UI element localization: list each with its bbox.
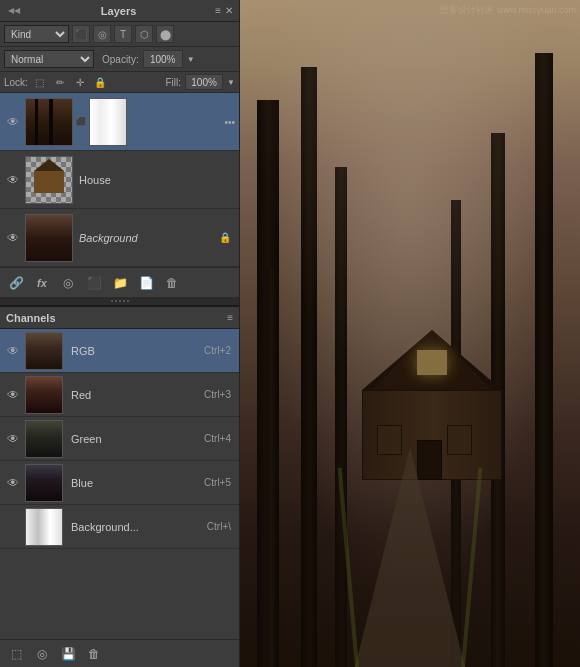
fill-input[interactable] [185, 74, 223, 90]
channels-circle-icon[interactable]: ◎ [32, 644, 52, 664]
layers-delete-icon[interactable]: 🗑 [162, 273, 182, 293]
layers-header-icons: ≡ ✕ [215, 5, 233, 16]
channel-thumbnail [25, 420, 63, 458]
layer-name [133, 116, 136, 128]
lock-checkerboard-icon[interactable]: ⬚ [32, 74, 48, 90]
fill-arrow-icon: ▼ [227, 78, 235, 87]
filter-type-icon[interactable]: T [114, 25, 132, 43]
channel-shortcut: Ctrl+3 [204, 389, 231, 400]
channel-item[interactable]: 👁 RGB Ctrl+2 [0, 329, 239, 373]
layers-collapse-btn[interactable]: ◀◀ [6, 6, 22, 15]
tree-7 [267, 267, 275, 667]
layer-visibility-toggle[interactable]: 👁 [4, 173, 22, 187]
channel-thumbnail [25, 464, 63, 502]
channel-name: RGB [63, 345, 204, 357]
channel-shortcut: Ctrl+\ [207, 521, 231, 532]
channels-list: 👁 RGB Ctrl+2 👁 Red Ctrl+3 👁 [0, 329, 239, 639]
channel-visibility-toggle[interactable]: 👁 [4, 388, 22, 402]
layers-bottom-bar: 🔗 fx ◎ ⬛ 📁 📄 🗑 [0, 267, 239, 297]
layers-menu-icon[interactable]: ≡ [215, 5, 221, 16]
channel-name: Background... [63, 521, 207, 533]
panel-resize-handle[interactable] [0, 297, 239, 305]
tree-2 [301, 67, 317, 667]
filter-adjust-icon[interactable]: ◎ [93, 25, 111, 43]
channels-menu-icon[interactable]: ≡ [227, 312, 233, 323]
lock-all-icon[interactable]: 🔒 [92, 74, 108, 90]
layers-lock-row: Lock: ⬚ ✏ ✛ 🔒 Fill: ▼ [0, 72, 239, 93]
layer-options-icon[interactable]: ••• [224, 116, 235, 127]
scene-background: 思客设计社区 www.missyuan.com [240, 0, 580, 667]
watermark-text: 思客设计社区 www.missyuan.com [440, 4, 576, 17]
pathway [355, 447, 465, 667]
layer-thumbnail-group: ⬛ [25, 98, 127, 146]
layer-item[interactable]: 👁 Background 🔒 [0, 209, 239, 267]
filter-shape-icon[interactable]: ⬡ [135, 25, 153, 43]
layer-mask-thumbnail [89, 98, 127, 146]
layer-info: House [73, 174, 235, 186]
channel-thumbnail [25, 332, 63, 370]
channel-item[interactable]: 👁 Red Ctrl+3 [0, 373, 239, 417]
left-panel: ◀◀ Layers ≡ ✕ Kind ⬛ ◎ T ⬡ ⬤ Normal Opac… [0, 0, 240, 667]
channels-panel-header: Channels ≡ [0, 307, 239, 329]
layers-folder-icon[interactable]: 📁 [110, 273, 130, 293]
layer-thumbnail [25, 156, 73, 204]
layer-name: Background [79, 232, 138, 244]
layer-info: Background 🔒 [73, 232, 235, 244]
layer-visibility-toggle[interactable]: 👁 [4, 115, 22, 129]
opacity-label: Opacity: [102, 54, 139, 65]
layer-name: House [79, 174, 111, 186]
channel-name: Blue [63, 477, 204, 489]
blend-mode-select[interactable]: Normal [4, 50, 94, 68]
opacity-input[interactable] [143, 50, 183, 68]
channels-title: Channels [6, 312, 56, 324]
layer-thumbnail [25, 98, 73, 146]
channel-item[interactable]: 👁 Background... Ctrl+\ [0, 505, 239, 549]
layers-link-icon[interactable]: 🔗 [6, 273, 26, 293]
channel-visibility-toggle[interactable]: 👁 [4, 344, 22, 358]
filter-pixel-icon[interactable]: ⬛ [72, 25, 90, 43]
layers-close-icon[interactable]: ✕ [225, 5, 233, 16]
channel-visibility-toggle[interactable]: 👁 [4, 432, 22, 446]
layer-visibility-toggle[interactable]: 👁 [4, 231, 22, 245]
fill-label: Fill: [166, 77, 182, 88]
channels-delete-icon[interactable]: 🗑 [84, 644, 104, 664]
channel-item[interactable]: 👁 Blue Ctrl+5 [0, 461, 239, 505]
layers-title: Layers [101, 5, 136, 17]
image-container: 思客设计社区 www.missyuan.com [240, 0, 580, 667]
channel-thumbnail [25, 508, 63, 546]
layers-filter-row: Kind ⬛ ◎ T ⬡ ⬤ [0, 22, 239, 47]
layers-mask-icon[interactable]: ⬛ [84, 273, 104, 293]
main-image-area: 思客设计社区 www.missyuan.com [240, 0, 580, 667]
lock-brush-icon[interactable]: ✏ [52, 74, 68, 90]
lock-label: Lock: [4, 77, 28, 88]
layer-locked-icon: 🔒 [219, 232, 231, 243]
layers-mask-adjust-icon[interactable]: ◎ [58, 273, 78, 293]
channels-dotted-select-icon[interactable]: ⬚ [6, 644, 26, 664]
channel-shortcut: Ctrl+2 [204, 345, 231, 356]
channel-item[interactable]: 👁 Green Ctrl+4 [0, 417, 239, 461]
layer-item[interactable]: 👁 House [0, 151, 239, 209]
channel-thumbnail [25, 376, 63, 414]
channel-visibility-toggle[interactable]: 👁 [4, 476, 22, 490]
layer-chain-icon: ⬛ [75, 116, 87, 128]
layers-fx-icon[interactable]: fx [32, 273, 52, 293]
resize-indicator [111, 300, 129, 302]
filter-smart-icon[interactable]: ⬤ [156, 25, 174, 43]
layer-item[interactable]: 👁 ⬛ ••• [0, 93, 239, 151]
channel-name: Red [63, 389, 204, 401]
layers-section: ◀◀ Layers ≡ ✕ Kind ⬛ ◎ T ⬡ ⬤ Normal Opac… [0, 0, 239, 297]
channel-name: Green [63, 433, 204, 445]
lock-move-icon[interactable]: ✛ [72, 74, 88, 90]
channel-shortcut: Ctrl+4 [204, 433, 231, 444]
channels-save-icon[interactable]: 💾 [58, 644, 78, 664]
channel-visibility-toggle[interactable]: 👁 [4, 520, 22, 534]
layers-list: 👁 ⬛ ••• 👁 [0, 93, 239, 267]
kind-select[interactable]: Kind [4, 25, 69, 43]
channels-header-icons: ≡ [227, 312, 233, 323]
layers-panel-header: ◀◀ Layers ≡ ✕ [0, 0, 239, 22]
channels-section: Channels ≡ 👁 RGB Ctrl+2 👁 [0, 305, 239, 667]
layers-new-icon[interactable]: 📄 [136, 273, 156, 293]
layer-thumbnail-group [25, 214, 73, 262]
channel-shortcut: Ctrl+5 [204, 477, 231, 488]
layer-thumbnail [25, 214, 73, 262]
